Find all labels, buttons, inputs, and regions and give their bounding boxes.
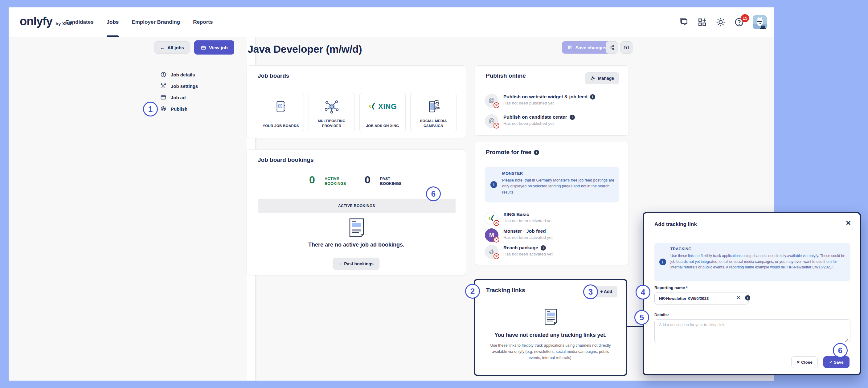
tile-social-media-campaign[interactable]: SOCIAL MEDIA CAMPAIGN	[410, 93, 457, 132]
annotation-connector-line	[626, 326, 644, 327]
close-icon[interactable]: ✕	[845, 219, 851, 227]
messages-icon[interactable]	[679, 17, 689, 27]
active-bookings-strip: ACTIVE BOOKINGS	[258, 199, 456, 213]
annotation-2: 2	[465, 284, 480, 299]
sidebar-item-job-ad[interactable]: Job ad	[160, 93, 186, 102]
screenshot-canvas: onlyfy by XING Candidates Jobs Employer …	[0, 0, 868, 388]
sidebar-item-job-details[interactable]: Job details	[160, 70, 195, 79]
past-bookings-count: 0	[365, 174, 371, 186]
brand-name: onlyfy	[20, 15, 53, 28]
publish-target-icon: ✕	[485, 114, 498, 128]
network-icon	[309, 98, 354, 115]
publish-online-title: Publish online	[486, 72, 526, 79]
info-icon[interactable]: i	[745, 295, 750, 300]
note-text: Please note, that in Germany Monster's f…	[502, 177, 615, 195]
promote-row-monster[interactable]: M ✕ Monster · Job feed Has not been acti…	[485, 228, 553, 242]
info-filled-icon: i	[490, 181, 497, 188]
nav-reports[interactable]: Reports	[193, 7, 213, 37]
promote-row-xing-basic[interactable]: ✕ XING Basic Has not been activated yet	[485, 212, 553, 225]
not-activated-badge: ✕	[494, 237, 499, 243]
modal-note-title: TRACKING	[671, 247, 845, 251]
xing-logo: XING	[360, 98, 405, 115]
info-icon[interactable]: i	[590, 94, 595, 100]
tile-multiposting-provider[interactable]: MULTIPOSTING PROVIDER	[309, 93, 355, 132]
nav-candidates[interactable]: Candidates	[65, 7, 94, 37]
modal-title: Add tracking link	[654, 221, 697, 227]
modal-close-button[interactable]: ✕ Close	[791, 356, 818, 368]
publish-target-icon: ✕	[485, 94, 498, 107]
job-boards-card: Job boards YOUR JOB BOARDS MULTIPOSTING …	[247, 65, 466, 138]
promote-row-reach-package[interactable]: ✕ Reach packagei Has not been activated …	[485, 245, 553, 259]
bookings-title: Job board bookings	[258, 157, 314, 163]
view-job-button[interactable]: View job	[194, 40, 234, 55]
manage-button[interactable]: Manage	[585, 72, 619, 84]
share-icon	[609, 45, 615, 50]
job-board-bookings-card: Job board bookings 0 ACTIVE BOOKINGS 0 P…	[247, 150, 466, 275]
address-book-icon	[258, 98, 304, 115]
share-button[interactable]	[606, 41, 618, 54]
stats-divider	[358, 174, 358, 194]
down-arrow-icon: ↓	[339, 261, 341, 266]
add-tracking-link-modal: Add tracking link ✕ i TRACKING Use these…	[643, 212, 861, 375]
primary-nav: Candidates Jobs Employer Branding Report…	[65, 7, 213, 37]
window-icon	[160, 94, 166, 100]
annotation-6-bookings: 6	[426, 187, 441, 201]
monster-avatar: M ✕	[485, 228, 498, 242]
publish-online-card: Publish online Manage ✕ Publish on websi…	[475, 65, 629, 136]
document-icon	[349, 218, 365, 237]
help-icon[interactable]: 15	[734, 17, 744, 27]
briefcase-icon	[201, 45, 206, 50]
monster-note: i MONSTER Please note, that in Germany M…	[485, 167, 619, 202]
save-changes-button[interactable]: Save changes	[562, 41, 612, 54]
duplicate-button[interactable]	[620, 41, 632, 54]
reporting-name-label: Reporting name *	[654, 285, 688, 290]
user-avatar[interactable]	[753, 15, 767, 29]
not-activated-badge: ✕	[494, 253, 499, 259]
tracking-title: Tracking links	[486, 287, 525, 294]
sidebar-item-job-settings[interactable]: Job settings	[160, 82, 198, 90]
not-published-badge: ✕	[494, 123, 499, 129]
apps-grid-icon[interactable]	[697, 17, 707, 27]
card-icon	[624, 45, 629, 50]
settings-gear-icon[interactable]	[716, 17, 725, 27]
publish-row-candidate-center[interactable]: ✕ Publish on candidate centeri Has not b…	[485, 114, 575, 128]
tracking-empty-text: Use these links to flexibly track applic…	[489, 343, 612, 361]
megaphone-avatar: ✕	[485, 245, 498, 259]
gear-icon	[590, 76, 595, 81]
sidebar-item-publish[interactable]: Publish	[160, 104, 187, 113]
tile-your-job-boards[interactable]: YOUR JOB BOARDS	[258, 93, 304, 132]
info-icon[interactable]: i	[534, 150, 539, 155]
annotation-1: 1	[143, 102, 158, 117]
all-jobs-button[interactable]: ← All jobs	[154, 41, 190, 54]
annotation-6-save: 6	[833, 343, 848, 358]
annotation-5: 5	[634, 310, 649, 325]
clear-input-icon[interactable]: ✕	[736, 295, 740, 300]
details-textarea[interactable]	[654, 319, 850, 343]
note-title: MONSTER	[502, 171, 615, 176]
xing-avatar: ✕	[485, 212, 498, 225]
publish-row-status: Has not been published yet	[503, 101, 595, 105]
info-filled-icon: i	[659, 259, 666, 265]
past-bookings-button[interactable]: ↓ Past bookings	[333, 258, 379, 270]
publish-row-widget[interactable]: ✕ Publish on website widget & job feedi …	[485, 94, 595, 107]
promote-for-free-card: Promote for freei i MONSTER Please note,…	[475, 142, 629, 265]
bookings-empty-message: There are no active job ad bookings.	[247, 241, 466, 248]
details-label: Details:	[654, 313, 669, 317]
annotation-3: 3	[583, 285, 598, 299]
active-bookings-count: 0	[309, 174, 315, 186]
modal-save-button[interactable]: ✓ Save	[823, 356, 849, 368]
tools-icon	[160, 83, 166, 89]
job-boards-title: Job boards	[258, 72, 289, 79]
reporting-name-input[interactable]	[654, 292, 749, 304]
tracking-links-panel: Tracking links + Add You have not create…	[474, 279, 627, 376]
tile-job-ads-on-xing[interactable]: XING JOB ADS ON XING	[360, 93, 406, 132]
active-bookings-label: ACTIVE BOOKINGS	[324, 176, 353, 187]
help-badge: 15	[741, 14, 749, 22]
info-icon[interactable]: i	[541, 245, 546, 251]
back-arrow-icon: ←	[160, 45, 164, 50]
tracking-empty-title: You have not created any tracking links …	[475, 332, 626, 338]
info-icon[interactable]: i	[569, 115, 575, 120]
nav-employer-branding[interactable]: Employer Branding	[132, 7, 180, 37]
add-tracking-link-button[interactable]: + Add	[595, 286, 617, 297]
nav-jobs[interactable]: Jobs	[107, 7, 119, 37]
